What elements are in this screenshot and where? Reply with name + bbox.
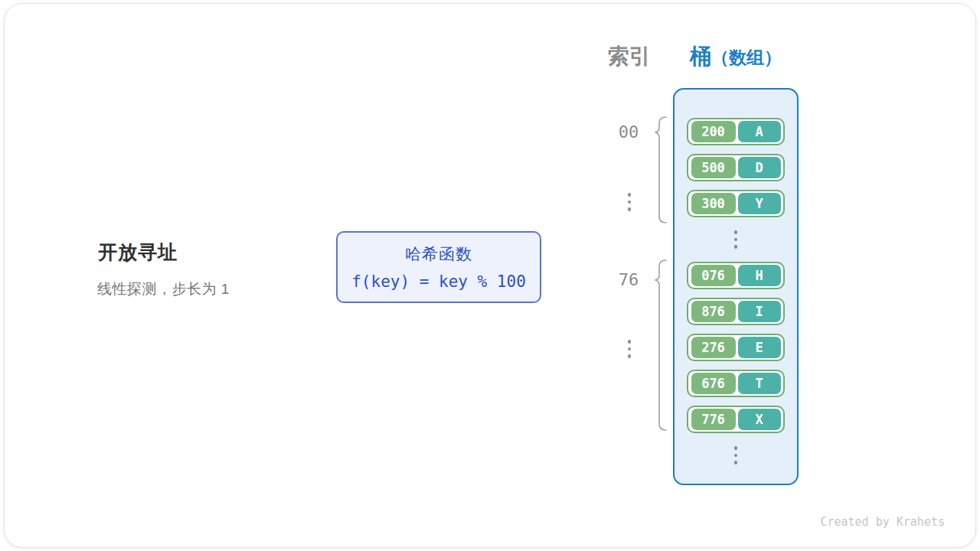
bucket-label: 桶	[690, 44, 711, 68]
bucket-pair: 876 I	[687, 298, 785, 325]
index-label-00: 00	[609, 122, 648, 142]
bucket-pair: 500 D	[687, 154, 785, 181]
bucket-label-suffix: （数组）	[711, 47, 782, 67]
diagram-card: 开放寻址 线性探测，步长为 1 哈希函数 f(key) = key % 100 …	[4, 3, 976, 548]
pair-value: E	[738, 337, 781, 358]
pair-value: I	[738, 301, 781, 322]
pair-value: D	[738, 157, 781, 178]
pair-key: 676	[691, 373, 736, 394]
pair-value: X	[738, 409, 781, 430]
index-ellipsis-icon	[626, 340, 633, 358]
pair-key: 076	[691, 265, 736, 286]
bucket-pair: 200 A	[687, 118, 785, 145]
bucket-pair: 776 X	[687, 406, 785, 433]
hash-function-box: 哈希函数 f(key) = key % 100	[336, 231, 541, 303]
pair-key: 276	[691, 337, 736, 358]
pair-value: T	[738, 373, 781, 394]
page-title: 开放寻址	[98, 240, 178, 265]
hash-function-formula: f(key) = key % 100	[351, 272, 526, 291]
brace-icon	[651, 259, 668, 432]
pair-value: A	[738, 121, 781, 142]
pair-key: 876	[691, 301, 736, 322]
bucket-pair: 076 H	[687, 262, 785, 289]
brace-icon	[651, 116, 668, 224]
bucket-column-header: 桶（数组）	[673, 42, 799, 71]
pair-key: 200	[691, 121, 736, 142]
pair-value: Y	[738, 193, 781, 214]
pair-key: 500	[691, 157, 736, 178]
pair-key: 776	[691, 409, 736, 430]
bucket-array: 200 A 500 D 300 Y 076 H 876 I 276 E 676 …	[673, 88, 799, 485]
pair-key: 300	[691, 193, 736, 214]
watermark: Created by Krahets	[820, 515, 945, 529]
bucket-ellipsis-icon	[734, 226, 738, 253]
page-subtitle: 线性探测，步长为 1	[97, 279, 230, 299]
hash-function-title: 哈希函数	[405, 243, 472, 265]
index-column-header: 索引	[603, 42, 656, 71]
bucket-pair: 276 E	[687, 334, 785, 361]
bucket-ellipsis-icon	[734, 442, 738, 469]
bucket-pair: 676 T	[687, 370, 785, 397]
index-label-76: 76	[609, 270, 648, 289]
pair-value: H	[738, 265, 781, 286]
bucket-pair: 300 Y	[687, 190, 785, 217]
index-ellipsis-icon	[626, 193, 633, 211]
